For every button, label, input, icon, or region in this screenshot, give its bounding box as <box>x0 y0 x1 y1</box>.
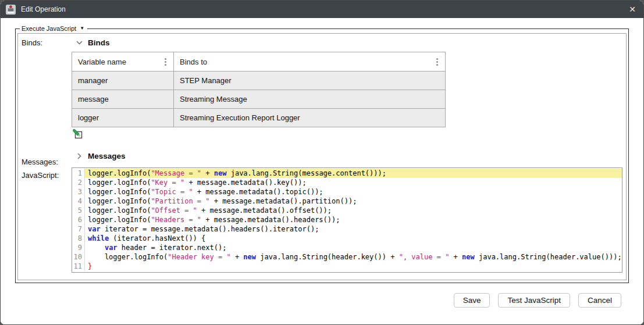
code-line[interactable]: 5logger.logInfo("Offset = " + message.me… <box>72 206 622 215</box>
code-line[interactable]: 4logger.logInfo("Partition = " + message… <box>72 197 622 206</box>
dialog-footer: Save Test JavaScript Cancel <box>15 283 629 308</box>
line-number: 8 <box>72 234 85 243</box>
table-row: managerSTEP Manager <box>72 72 446 90</box>
cell-binds-to[interactable]: Streaming Execution Report Logger <box>174 109 446 127</box>
code-line[interactable]: 11} <box>72 262 622 271</box>
edit-operation-dialog: Edit Operation ✕ Execute JavaScript ▼ Bi… <box>0 0 644 325</box>
operation-form: Binds: Binds Variabl <box>17 33 627 280</box>
line-number: 10 <box>72 252 85 262</box>
dropdown-caret-icon: ▼ <box>80 26 84 31</box>
chevron-right-icon <box>76 153 83 159</box>
column-header-binds-to[interactable]: Binds to <box>174 52 446 72</box>
operation-type-selector[interactable]: Execute JavaScript ▼ <box>20 25 87 32</box>
code-text: } <box>85 262 622 271</box>
column-menu-icon[interactable] <box>435 57 439 67</box>
code-text: while (iterator.hasNext()) { <box>85 234 622 243</box>
code-line[interactable]: 8while (iterator.hasNext()) { <box>72 234 622 243</box>
line-number: 4 <box>72 197 85 206</box>
line-number: 11 <box>72 262 85 271</box>
dialog-title: Edit Operation <box>21 5 66 13</box>
cell-binds-to[interactable]: STEP Manager <box>174 72 446 90</box>
save-button[interactable]: Save <box>454 293 490 308</box>
operation-group: Execute JavaScript ▼ Binds: Binds <box>15 25 629 283</box>
cell-variable-name[interactable]: logger <box>72 109 174 127</box>
code-text: logger.logInfo("Offset = " + message.met… <box>85 206 622 215</box>
binds-section-title: Binds <box>88 38 110 47</box>
line-number: 7 <box>72 224 85 234</box>
app-icon <box>6 5 16 15</box>
line-number: 9 <box>72 243 85 252</box>
code-text: logger.logInfo("Topic = " + message.meta… <box>85 187 622 197</box>
cell-binds-to[interactable]: Streaming Message <box>174 90 446 109</box>
chevron-down-icon <box>76 41 83 45</box>
javascript-field-label: JavaScript: <box>22 166 72 180</box>
messages-section-title: Messages <box>88 152 126 160</box>
dialog-body: Execute JavaScript ▼ Binds: Binds <box>1 18 643 324</box>
javascript-content: 1logger.logInfo("Message = " + new java.… <box>72 166 622 273</box>
cell-variable-name[interactable]: manager <box>72 72 174 90</box>
table-row: messageStreaming Message <box>72 90 446 109</box>
messages-field-label: Messages: <box>22 151 72 166</box>
code-text: var iterator = message.metadata().header… <box>85 224 622 234</box>
javascript-code-editor[interactable]: 1logger.logInfo("Message = " + new java.… <box>72 167 622 273</box>
binds-content: Binds Variable name <box>72 37 622 141</box>
cancel-button[interactable]: Cancel <box>578 293 621 308</box>
binds-table-header-row: Variable name Binds to <box>72 52 446 72</box>
messages-section-toggle[interactable]: Messages <box>76 152 622 160</box>
code-line[interactable]: 10 logger.logInfo("Header key = " + new … <box>72 252 622 262</box>
edit-binds-icon[interactable] <box>73 129 83 139</box>
messages-content: Messages <box>72 151 622 162</box>
line-number: 5 <box>72 206 85 215</box>
title-bar[interactable]: Edit Operation ✕ <box>1 1 643 18</box>
code-line[interactable]: 7var iterator = message.metadata().heade… <box>72 224 622 234</box>
column-header-variable-name[interactable]: Variable name <box>72 52 174 72</box>
test-javascript-button[interactable]: Test JavaScript <box>498 293 570 308</box>
binds-field-label: Binds: <box>22 37 72 47</box>
binds-section-toggle[interactable]: Binds <box>76 38 622 47</box>
line-number: 6 <box>72 215 85 224</box>
operation-type-label: Execute JavaScript <box>22 25 76 32</box>
code-line[interactable]: 3logger.logInfo("Topic = " + message.met… <box>72 187 622 197</box>
code-text: logger.logInfo("Header key = " + new jav… <box>85 252 622 262</box>
line-number: 1 <box>72 169 85 178</box>
close-icon[interactable]: ✕ <box>621 1 643 18</box>
column-menu-icon[interactable] <box>163 57 168 67</box>
code-text: var header = iterator.next(); <box>85 243 622 252</box>
binds-table: Variable name Binds to <box>72 52 446 127</box>
cell-variable-name[interactable]: message <box>72 90 174 109</box>
code-line[interactable]: 1logger.logInfo("Message = " + new java.… <box>72 169 622 178</box>
code-text: logger.logInfo("Headers = " + message.me… <box>85 215 622 224</box>
line-number: 2 <box>72 178 85 187</box>
code-line[interactable]: 9 var header = iterator.next(); <box>72 243 622 252</box>
code-text: logger.logInfo("Partition = " + message.… <box>85 197 622 206</box>
table-row: loggerStreaming Execution Report Logger <box>72 109 446 127</box>
code-text: logger.logInfo("Message = " + new java.l… <box>85 169 622 178</box>
code-line[interactable]: 2logger.logInfo("Key = " + message.metad… <box>72 178 622 187</box>
code-line[interactable]: 6logger.logInfo("Headers = " + message.m… <box>72 215 622 224</box>
line-number: 3 <box>72 187 85 197</box>
code-text: logger.logInfo("Key = " + message.metada… <box>85 178 622 187</box>
